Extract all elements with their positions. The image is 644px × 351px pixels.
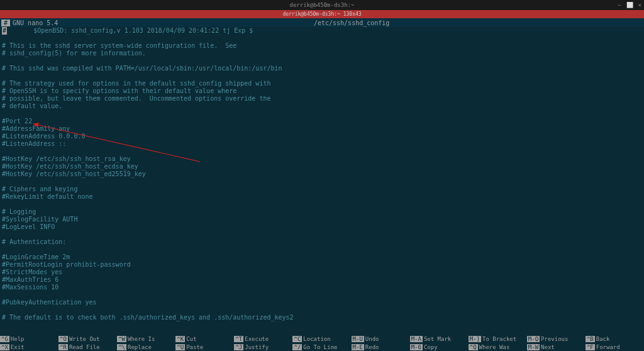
- editor-line: #Port 22: [2, 118, 642, 125]
- shortcut-key: M-A: [410, 336, 423, 342]
- shortcut-key: ^C: [292, 336, 302, 342]
- shortcut-key: ^J: [234, 344, 243, 350]
- editor-line: [2, 72, 642, 80]
- editor-line: #HostKey /etc/ssh/ssh_host_ecdsa_key: [2, 163, 642, 170]
- terminal-tab-bar: derrik@b450m-ds3h:~ 130x43: [0, 10, 644, 18]
- shortcut-key: ^/: [292, 344, 302, 350]
- shortcut-key: ^R: [58, 344, 68, 350]
- editor-line: [2, 148, 642, 155]
- editor-line: #LogLevel INFO: [2, 223, 642, 231]
- maximize-button[interactable]: ⬜: [626, 2, 633, 8]
- shortcut-item[interactable]: ^\Replace: [117, 344, 175, 350]
- shortcut-label: Replace: [128, 344, 152, 350]
- editor-line: # Ciphers and keying: [2, 186, 642, 193]
- nano-gutter-mark: #: [1, 20, 10, 26]
- shortcut-item[interactable]: M-ASet Mark: [410, 336, 469, 342]
- shortcut-item[interactable]: ^WWhere Is: [117, 336, 175, 342]
- shortcut-label: Back: [596, 336, 610, 342]
- shortcut-item[interactable]: ^KCut: [175, 336, 234, 342]
- shortcut-label: Redo: [365, 344, 379, 350]
- editor-line: [2, 306, 642, 314]
- shortcut-label: Set Mark: [424, 336, 451, 342]
- shortcut-label: Location: [303, 336, 330, 342]
- editor-line: # The strategy used for options in the d…: [2, 80, 642, 87]
- editor-line: #RekeyLimit default none: [2, 193, 642, 201]
- shortcut-item[interactable]: ^QWhere Was: [469, 344, 527, 350]
- editor-line: #HostKey /etc/ssh/ssh_host_rsa_key: [2, 155, 642, 163]
- window-title: derrik@b450m-ds3h:~: [290, 2, 355, 8]
- editor-line: #StrictModes yes: [2, 269, 642, 276]
- shortcuts-row-2: ^XExit^RRead File^\Replace^UPaste^JJusti…: [0, 343, 644, 351]
- nano-header: # GNU nano 5.4 /etc/ssh/sshd_config: [0, 18, 644, 27]
- close-button[interactable]: ×: [638, 2, 641, 8]
- editor-line: #PubkeyAuthentication yes: [2, 299, 642, 306]
- editor-line: # OpenSSH is to specify options with the…: [2, 87, 642, 95]
- shortcut-item[interactable]: ^GHelp: [0, 336, 58, 342]
- editor-line: # $OpenBSD: sshd_config,v 1.103 2018/04/…: [2, 27, 642, 35]
- editor-line: #LoginGraceTime 2m: [2, 254, 642, 261]
- shortcut-item[interactable]: M-WNext: [527, 344, 586, 350]
- editor-line: # Logging: [2, 208, 642, 216]
- editor-line: #MaxAuthTries 6: [2, 276, 642, 284]
- shortcut-key: ^K: [175, 336, 185, 342]
- editor-line: [2, 35, 642, 42]
- shortcut-label: Read File: [69, 344, 100, 350]
- editor-line: # sshd_config(5) for more information.: [2, 50, 642, 57]
- editor-line: [2, 201, 642, 208]
- editor-line: [2, 291, 642, 299]
- shortcut-item[interactable]: ^OWrite Out: [58, 336, 117, 342]
- editor-line: [2, 57, 642, 65]
- shortcut-item[interactable]: ^TExecute: [234, 336, 292, 342]
- editor-line: #HostKey /etc/ssh/ssh_host_ed25519_key: [2, 170, 642, 178]
- shortcut-key: ^B: [586, 336, 595, 342]
- shortcut-item[interactable]: M-QPrevious: [527, 336, 586, 342]
- shortcut-item[interactable]: ^CLocation: [292, 336, 351, 342]
- window-controls: – ⬜ ×: [618, 2, 641, 8]
- editor-line: # default value.: [2, 103, 642, 110]
- nano-version: GNU nano 5.4: [10, 20, 60, 26]
- editor-line: # This sshd was compiled with PATH=/usr/…: [2, 65, 642, 72]
- editor-line: #AddressFamily any: [2, 125, 642, 133]
- editor-line: # This is the sshd server system-wide co…: [2, 42, 642, 50]
- shortcut-item[interactable]: M-6Copy: [410, 344, 469, 350]
- shortcut-key: ^F: [586, 344, 595, 350]
- shortcut-item[interactable]: ^BBack: [586, 336, 644, 342]
- editor-line: #ListenAddress 0.0.0.0: [2, 133, 642, 140]
- shortcut-key: ^X: [0, 344, 9, 350]
- shortcut-item[interactable]: M-UUndo: [352, 336, 410, 342]
- shortcut-label: Where Was: [479, 344, 510, 350]
- editor-content[interactable]: # $OpenBSD: sshd_config,v 1.103 2018/04/…: [0, 27, 644, 321]
- shortcut-label: Forward: [596, 344, 620, 350]
- shortcut-label: Execute: [245, 336, 269, 342]
- nano-shortcuts: ^GHelp^OWrite Out^WWhere Is^KCut^TExecut…: [0, 335, 644, 351]
- shortcut-item[interactable]: ^/Go To Line: [292, 344, 351, 350]
- shortcut-label: Write Out: [69, 336, 100, 342]
- shortcut-label: Copy: [424, 344, 438, 350]
- shortcut-key: M-]: [469, 336, 481, 342]
- shortcut-key: M-W: [527, 344, 540, 350]
- shortcut-key: ^Q: [469, 344, 478, 350]
- shortcut-label: Go To Line: [303, 344, 337, 350]
- shortcut-item[interactable]: ^UPaste: [175, 344, 234, 350]
- minimize-button[interactable]: –: [618, 2, 621, 8]
- shortcut-item[interactable]: ^XExit: [0, 344, 58, 350]
- shortcut-item[interactable]: ^FForward: [586, 344, 644, 350]
- editor-line: #PermitRootLogin prohibit-password: [2, 261, 642, 269]
- shortcut-key: ^W: [117, 336, 126, 342]
- editor-line: #MaxSessions 10: [2, 284, 642, 291]
- terminal-tab-label: derrik@b450m-ds3h:~ 130x43: [282, 11, 361, 17]
- shortcut-label: Paste: [186, 344, 203, 350]
- editor-line: #ListenAddress ::: [2, 140, 642, 148]
- shortcut-label: Exit: [11, 344, 25, 350]
- shortcut-label: Previous: [541, 336, 568, 342]
- shortcut-label: Cut: [186, 336, 196, 342]
- shortcut-key: ^G: [0, 336, 9, 342]
- shortcut-item[interactable]: M-]To Bracket: [469, 336, 527, 342]
- shortcut-item[interactable]: M-ERedo: [352, 344, 410, 350]
- shortcut-key: M-Q: [527, 336, 540, 342]
- shortcut-key: ^\: [117, 344, 126, 350]
- shortcut-item[interactable]: ^JJustify: [234, 344, 292, 350]
- shortcut-key: M-6: [410, 344, 423, 350]
- shortcut-item[interactable]: ^RRead File: [58, 344, 117, 350]
- shortcut-key: ^O: [58, 336, 68, 342]
